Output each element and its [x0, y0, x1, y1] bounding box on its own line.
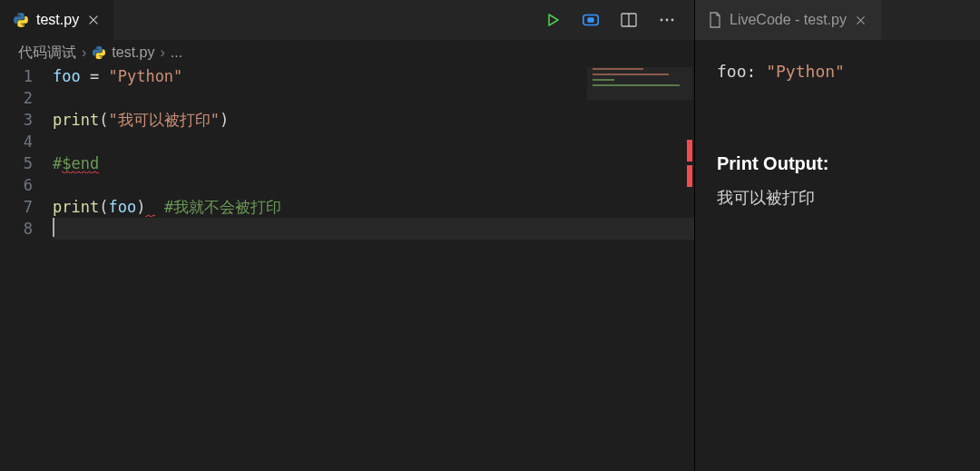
minimap-line	[593, 68, 643, 70]
more-icon[interactable]	[658, 11, 676, 29]
livecode-var-name: foo:	[717, 62, 756, 81]
token-var: foo	[108, 198, 136, 216]
token-op: =	[81, 67, 109, 85]
token-punc: (	[99, 111, 108, 129]
line-number: 2	[0, 87, 33, 109]
svg-point-4	[661, 19, 663, 22]
editor-tabbar: test.py	[0, 0, 694, 40]
line-number: 6	[0, 174, 33, 196]
breadcrumb-file: test.py	[112, 44, 154, 61]
minimap[interactable]	[587, 65, 692, 211]
editor-pane: test.py 代码调试	[0, 0, 694, 471]
minimap-error-marker	[687, 140, 692, 162]
chevron-right-icon: ›	[160, 44, 164, 61]
token-punc: )	[220, 111, 229, 129]
token-string: 我可以被打印	[118, 111, 211, 129]
minimap-line	[593, 74, 669, 75]
token-punc: (	[99, 198, 108, 216]
token-space	[145, 198, 154, 217]
token-comment: #	[53, 154, 62, 172]
chevron-right-icon: ›	[82, 44, 86, 61]
close-icon[interactable]	[854, 13, 868, 27]
editor-tab-label: test.py	[36, 12, 79, 28]
line-number: 8	[0, 218, 33, 240]
svg-point-6	[671, 19, 674, 22]
minimap-error-marker	[687, 165, 692, 187]
file-outline-icon	[708, 12, 722, 28]
livecode-var-value: "Python"	[756, 62, 845, 81]
livecode-variable-row: foo: "Python"	[717, 62, 958, 81]
token-quote: "	[211, 111, 220, 129]
close-icon[interactable]	[86, 13, 101, 27]
livecode-output-text: 我可以被打印	[717, 187, 958, 209]
token-func: print	[53, 198, 99, 216]
livecode-pane: LiveCode - test.py foo: "Python" Print O…	[694, 0, 980, 471]
line-number: 1	[0, 65, 33, 87]
line-number: 7	[0, 196, 33, 218]
livecode-tab[interactable]: LiveCode - test.py	[695, 0, 881, 40]
token-quote: "	[173, 67, 182, 85]
app-root: test.py 代码调试	[0, 0, 980, 471]
run-icon[interactable]	[544, 11, 562, 29]
breadcrumb-folder: 代码调试	[18, 44, 76, 63]
livecode-output-heading: Print Output:	[717, 153, 958, 174]
split-editor-icon[interactable]	[620, 11, 638, 29]
editor-code-area[interactable]: 1 2 3 4 5 6 7 8 foo = "Python" print("我可…	[0, 65, 694, 471]
breadcrumb[interactable]: 代码调试 › test.py › ...	[0, 40, 694, 65]
livecode-tab-label: LiveCode - test.py	[730, 12, 847, 28]
token-punc: )	[136, 198, 145, 216]
line-number: 5	[0, 152, 33, 174]
token-quote: "	[108, 111, 117, 129]
token-comment: #我就不会被打印	[164, 198, 281, 216]
minimap-viewport[interactable]	[587, 67, 692, 100]
code-line-current	[53, 218, 694, 240]
token-string: Python	[118, 67, 173, 85]
livecode-content: foo: "Python" Print Output: 我可以被打印	[695, 40, 980, 231]
token-space	[155, 198, 164, 216]
minimap-line	[593, 79, 614, 81]
breadcrumb-ellipsis: ...	[171, 44, 182, 61]
python-file-icon	[13, 12, 29, 28]
line-gutter: 1 2 3 4 5 6 7 8	[0, 65, 53, 471]
editor-actions	[544, 0, 694, 40]
text-cursor	[53, 218, 54, 237]
minimap-line	[593, 84, 680, 86]
svg-rect-1	[587, 17, 593, 22]
token-var: foo	[53, 67, 81, 85]
svg-point-5	[666, 19, 669, 22]
token-comment: $end	[62, 154, 99, 173]
editor-tab-testpy[interactable]: test.py	[0, 0, 113, 40]
python-file-icon	[92, 45, 106, 60]
line-number: 3	[0, 109, 33, 131]
debug-icon[interactable]	[582, 11, 600, 29]
token-quote: "	[108, 67, 117, 85]
token-func: print	[53, 111, 99, 129]
livecode-tabbar: LiveCode - test.py	[695, 0, 980, 40]
line-number: 4	[0, 131, 33, 152]
